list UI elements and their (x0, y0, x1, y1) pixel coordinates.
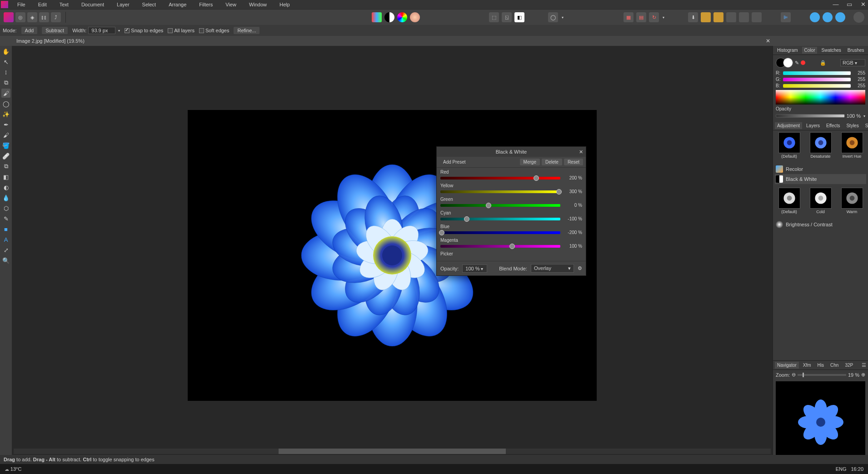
opacity-slider[interactable] (776, 114, 845, 118)
g-value[interactable]: 255 (853, 77, 865, 82)
zoom-value[interactable]: 19 % (848, 372, 859, 378)
soft-proof-icon[interactable] (410, 12, 420, 22)
eyedropper-tool-icon[interactable]: ⤢ (1, 245, 10, 254)
menu-text[interactable]: Text (53, 1, 75, 8)
bg-color-well[interactable] (783, 58, 793, 68)
menu-help[interactable]: Help (273, 1, 296, 8)
cyan-value[interactable]: -100 % (563, 216, 582, 221)
dodge-tool-icon[interactable]: ◐ (1, 183, 10, 192)
blue-slider[interactable] (440, 231, 560, 234)
contrast-icon[interactable] (384, 12, 394, 22)
red-value[interactable]: 200 % (563, 175, 582, 180)
navigator-preview[interactable] (776, 381, 865, 463)
clone-tool-icon[interactable]: ⧉ (1, 162, 10, 171)
gear-icon[interactable]: ⚙ (578, 265, 582, 271)
preset-invert-hue[interactable]: Invert Hue (838, 132, 866, 159)
b-slider[interactable] (783, 84, 851, 88)
photo-persona-icon[interactable] (4, 12, 14, 22)
menu-layer[interactable]: Layer (110, 1, 136, 8)
guides-icon[interactable]: ▤ (636, 12, 646, 22)
horizontal-scrollbar[interactable] (14, 449, 771, 454)
preset-bw-cold[interactable]: Cold (806, 188, 835, 214)
selection-brush-tool-icon[interactable]: 🖌 (1, 89, 10, 98)
blur-tool-icon[interactable]: 💧 (1, 193, 10, 202)
picker-label[interactable]: Picker (440, 251, 582, 256)
export-persona-icon[interactable]: ⤴ (51, 12, 61, 22)
tab-histogram[interactable]: Histogram (775, 47, 800, 54)
color-picker-tool-icon[interactable]: ⁞ (1, 68, 10, 77)
tray-lang[interactable]: ENG (836, 466, 847, 472)
menu-arrange[interactable]: Arrange (162, 1, 193, 8)
preset-bw-warm[interactable]: Warm (838, 188, 866, 214)
account-icon[interactable] (853, 12, 864, 23)
menu-window[interactable]: Window (243, 1, 273, 8)
tab-his[interactable]: His (815, 362, 826, 369)
adj-recolor[interactable]: Recolor (775, 164, 866, 174)
green-value[interactable]: 0 % (563, 203, 582, 208)
cyan-slider[interactable] (440, 218, 560, 220)
selection-icon[interactable]: ⬚ (489, 12, 499, 22)
minimize-icon[interactable]: — (833, 1, 839, 8)
r-slider[interactable] (783, 71, 851, 75)
tab-layers[interactable]: Layers (804, 122, 822, 129)
crop-tool-icon[interactable]: ⧉ (1, 78, 10, 87)
pen-tool-icon[interactable]: ✒ (1, 120, 10, 129)
zoom-in-icon[interactable]: ⊕ (861, 372, 865, 378)
arrange-icon[interactable] (752, 12, 762, 22)
menu-filters[interactable]: Filters (193, 1, 219, 8)
menu-select[interactable]: Select (136, 1, 163, 8)
tab-navigator[interactable]: Navigator (775, 362, 799, 369)
b-value[interactable]: 255 (853, 83, 865, 88)
dialog-opacity-input[interactable]: 100 % ▾ (462, 264, 487, 273)
dialog-titlebar[interactable]: Black & White ✕ (437, 147, 586, 157)
brush-tool-icon[interactable]: 🖌 (1, 130, 10, 140)
menu-file[interactable]: File (11, 1, 32, 8)
opacity-value[interactable]: 100 % (847, 113, 861, 119)
blue-value[interactable]: -200 % (563, 230, 582, 235)
tab-color[interactable]: Color (802, 47, 818, 54)
grid-icon[interactable]: ▦ (624, 12, 634, 22)
reset-button[interactable]: Reset (564, 159, 583, 165)
arrange-icon[interactable] (726, 12, 736, 22)
shape-tool-icon[interactable]: ■ (1, 225, 10, 234)
view-tool-icon[interactable]: ✋ (1, 47, 10, 56)
add-preset-button[interactable]: Add Preset (439, 159, 469, 165)
maximize-icon[interactable]: ▭ (846, 1, 853, 8)
soft-edges-checkbox[interactable]: Soft edges (199, 28, 229, 33)
flood-select-tool-icon[interactable]: ✨ (1, 110, 10, 119)
menu-view[interactable]: View (219, 1, 243, 8)
boolean-add-icon[interactable] (810, 12, 820, 22)
preset-desaturate[interactable]: Desaturate (806, 132, 835, 159)
panel-menu-icon[interactable]: ☰ (862, 362, 866, 368)
tab-styles[interactable]: Styles (844, 122, 861, 129)
zoom-tool-icon[interactable]: 🔍 (1, 256, 10, 265)
black-white-dialog[interactable]: Black & White ✕ Add Preset Merge Delete … (436, 146, 586, 276)
fill-tool-icon[interactable]: 🪣 (1, 141, 10, 150)
all-layers-checkbox[interactable]: All layers (168, 28, 195, 33)
move-tool-icon[interactable]: ↖ (1, 57, 10, 66)
mode-subtract-button[interactable]: Subtract (42, 27, 68, 34)
width-input[interactable]: 93.9 px (88, 27, 115, 34)
red-slider[interactable] (440, 177, 560, 180)
tray-time[interactable]: 16:20 (851, 466, 863, 472)
tab-chn[interactable]: Chn (828, 362, 841, 369)
menu-edit[interactable]: Edit (32, 1, 53, 8)
arrange-back-icon[interactable] (701, 12, 711, 22)
eyedropper-icon[interactable]: ✎ (795, 60, 799, 66)
magenta-value[interactable]: 100 % (563, 244, 582, 249)
text-tool-icon[interactable]: A (1, 235, 10, 244)
color-wheel-icon[interactable] (397, 12, 407, 22)
magenta-slider[interactable] (440, 245, 560, 248)
green-slider[interactable] (440, 204, 560, 207)
healing-tool-icon[interactable]: 🩹 (1, 151, 10, 160)
tab-effects[interactable]: Effects (824, 122, 842, 129)
weather-widget[interactable]: ☁ 13°C (5, 466, 21, 472)
taskbar[interactable]: ☁ 13°C ENG 16:20 (0, 464, 868, 474)
preset-default[interactable]: (Default) (775, 132, 803, 159)
dropdown-arrow-icon[interactable]: ▾ (863, 114, 865, 118)
tab-xfm[interactable]: Xfm (801, 362, 813, 369)
develop-persona-icon[interactable]: ◈ (27, 12, 37, 22)
no-selection-icon[interactable]: ⍂ (502, 12, 512, 22)
close-icon[interactable]: ✕ (860, 1, 866, 8)
preset-bw-default[interactable]: (Default) (775, 188, 803, 214)
